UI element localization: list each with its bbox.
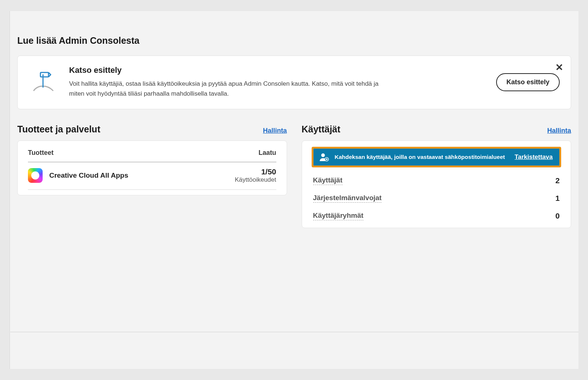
groups-count-link[interactable]: Käyttäjäryhmät [313,212,363,220]
creative-cloud-icon [28,168,43,183]
products-panel: Tuotteet Laatu Creative Cloud All Apps 1… [17,141,287,195]
product-license-count: 1/50 [235,167,276,176]
review-banner-link[interactable]: Tarkistettava [514,153,554,161]
signpost-icon [29,71,58,93]
users-column: Käyttäjät Hallinta [302,124,571,228]
product-name: Creative Cloud All Apps [49,171,128,180]
products-manage-link[interactable]: Hallinta [263,127,287,135]
footer-divider [10,332,578,332]
user-plus-icon [319,152,330,163]
review-banner: Kahdeksan käyttäjää, joilla on vastaavat… [313,149,560,166]
products-title: Tuotteet ja palvelut [17,124,100,135]
learn-more-heading: Lue lisää Admin Consolesta [17,35,571,46]
watch-intro-button[interactable]: Katso esittely [496,73,560,91]
intro-card: Katso esittely Voit hallita käyttäjiä, o… [17,56,571,109]
intro-body: Voit hallita käyttäjiä, ostaa lisää käyt… [69,79,385,99]
review-banner-text: Kahdeksan käyttäjää, joilla on vastaavat… [335,153,510,161]
intro-title: Katso esittely [69,65,485,75]
admin-console-overview: Lue lisää Admin Consolesta Katso esittel… [10,11,578,369]
product-row[interactable]: Creative Cloud All Apps 1/50 Käyttöoikeu… [28,162,276,190]
users-count-link[interactable]: Käyttäjät [313,176,343,185]
users-count-value: 2 [555,176,560,185]
users-title: Käyttäjät [302,124,341,135]
groups-count-value: 0 [555,212,560,220]
col-products-label: Tuotteet [28,149,54,157]
svg-rect-1 [40,72,49,77]
users-stat-row: Käyttäjät 2 [312,172,562,189]
groups-stat-row: Käyttäjäryhmät 0 [312,207,562,225]
users-manage-link[interactable]: Hallinta [547,127,571,135]
products-table-head: Tuotteet Laatu [28,149,276,162]
admins-count-link[interactable]: Järjestelmänvalvojat [313,194,382,203]
admins-count-value: 1 [555,194,560,203]
intro-text: Katso esittely Voit hallita käyttäjiä, o… [69,65,485,99]
review-banner-highlight: Kahdeksan käyttäjää, joilla on vastaavat… [312,147,562,167]
products-column: Tuotteet ja palvelut Hallinta Tuotteet L… [17,124,287,228]
close-icon[interactable]: ✕ [555,63,563,72]
admins-stat-row: Järjestelmänvalvojat 1 [312,189,562,207]
col-quality-label: Laatu [258,149,276,157]
svg-point-2 [321,153,325,157]
product-license-label: Käyttöoikeudet [235,176,276,184]
users-panel: Kahdeksan käyttäjää, joilla on vastaavat… [302,141,571,228]
